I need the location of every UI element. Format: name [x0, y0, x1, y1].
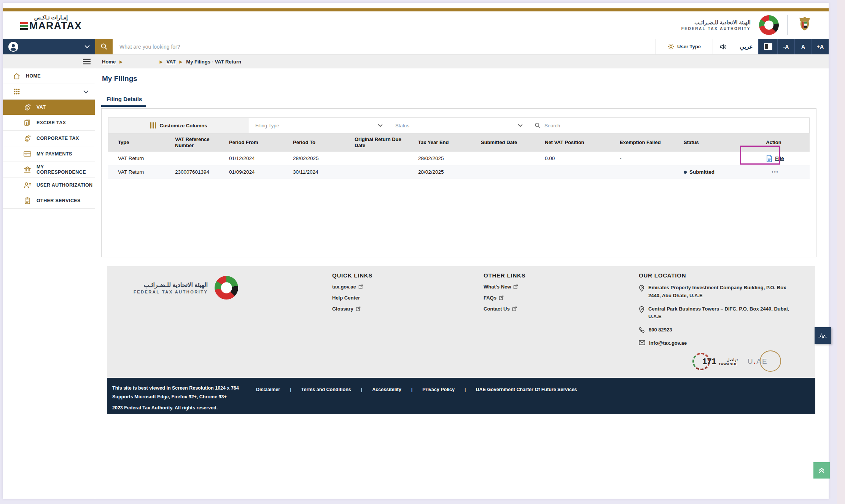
speaker-icon	[720, 43, 727, 50]
uae-logo-u: U	[748, 357, 754, 365]
cell-period-to: 30/11/2024	[289, 169, 351, 175]
footer-fta-logo: الهيئة الاتحادية للـضـرائـب FEDERAL TAX …	[134, 276, 238, 300]
bank-icon	[24, 166, 31, 173]
cell-period-from: 01/09/2024	[225, 169, 289, 175]
clipboard-icon	[24, 197, 31, 204]
link-tax-gov-ae[interactable]: tax.gov.ae	[332, 284, 372, 290]
font-default-button[interactable]: A	[794, 39, 812, 54]
emaratax-e-bars-icon	[20, 22, 28, 30]
sidebar-item-my-correspondence[interactable]: MY CORRESPONDENCE	[3, 162, 95, 178]
sidebar-item-other-services[interactable]: OTHER SERVICES	[3, 193, 95, 209]
legal-notes: This site is best viewed in Screen Resol…	[112, 384, 239, 401]
column-header-original-due-date: Original Return Due Date	[351, 136, 414, 149]
quick-links-heading: QUICK LINKS	[332, 272, 372, 279]
text-to-speech-button[interactable]	[713, 39, 734, 54]
table-search-field[interactable]	[529, 118, 809, 133]
search-button[interactable]	[95, 39, 113, 54]
breadcrumb-vat[interactable]: VAT	[167, 59, 176, 65]
link-whats-new[interactable]: What's New	[484, 284, 525, 290]
font-decrease-button[interactable]: -A	[777, 39, 794, 54]
columns-icon	[150, 122, 156, 128]
sidebar-item-corporate-tax[interactable]: CORPORATE TAX	[3, 131, 95, 146]
user-menu[interactable]	[3, 39, 95, 54]
legal-links: Disclaimer | Terms and Conditions | Acce…	[256, 387, 577, 392]
language-toggle-button[interactable]: عربي	[734, 39, 758, 54]
row-actions-menu-button[interactable]: •••	[737, 170, 810, 175]
resolution-note: This site is best viewed in Screen Resol…	[112, 384, 239, 393]
gear-icon	[668, 43, 674, 50]
uae-logo-ae: AE	[756, 357, 767, 365]
breadcrumb-arrow-icon: ▶	[119, 60, 123, 64]
sidebar-item-label: VAT	[37, 105, 46, 110]
legal-separator: |	[465, 387, 466, 392]
cell-tax-year-end: 28/02/2025	[414, 169, 477, 175]
link-label: tax.gov.ae	[332, 284, 356, 290]
table-header-row: Type VAT Reference Number Period From Pe…	[108, 133, 810, 152]
global-search-input[interactable]	[113, 39, 656, 54]
column-header-exemption-failed: Exemption Failed	[616, 139, 680, 146]
sidebar-item-vat[interactable]: VAT	[3, 100, 95, 115]
accessibility-widget-button[interactable]	[815, 327, 831, 344]
breadcrumb-home[interactable]: Home	[102, 59, 116, 65]
copyright-text: 2023 Federal Tax Authority. All rights r…	[112, 405, 218, 410]
more-options-icon: •••	[772, 170, 779, 175]
avatar-icon	[8, 42, 18, 52]
link-terms-and-conditions[interactable]: Terms and Conditions	[301, 387, 351, 392]
double-chevron-up-icon	[818, 468, 825, 473]
sidebar-item-home[interactable]: HOME	[3, 68, 95, 84]
status-dropdown[interactable]: Status	[389, 118, 529, 133]
font-increase-button[interactable]: +A	[812, 39, 829, 54]
legal-separator: |	[290, 387, 291, 392]
column-header-period-from: Period From	[225, 139, 289, 146]
emaratax-logo: إمـارات تـاكـس MARATAX	[13, 14, 89, 31]
tab-filing-details[interactable]: Filing Details	[107, 96, 142, 102]
link-contact-us[interactable]: Contact Us	[484, 306, 525, 312]
sidebar-item-my-payments[interactable]: MY PAYMENTS	[3, 146, 95, 162]
contrast-toggle-button[interactable]	[758, 39, 777, 54]
uae-logo: U.AE	[748, 350, 781, 372]
link-help-center[interactable]: Help Center	[332, 295, 372, 301]
cell-exemption-failed: -	[616, 155, 680, 161]
breadcrumb-bar: Home ▶ ▶ VAT ▶ My Filings - VAT Return	[3, 55, 829, 68]
mail-icon	[639, 340, 645, 347]
font-increase-label: +A	[817, 44, 824, 50]
filing-type-dropdown[interactable]: Filing Type	[249, 118, 389, 133]
table-row: VAT Return 01/12/2024 28/02/2025 28/02/2…	[108, 152, 810, 165]
sidebar-item-excise-tax[interactable]: EXCISE TAX	[3, 115, 95, 131]
customize-columns-button[interactable]: Customize Columns	[108, 118, 249, 133]
phone-number: 800 82923	[639, 326, 799, 334]
table-search-input[interactable]	[544, 123, 804, 128]
external-link-icon	[499, 295, 504, 300]
address-dubai: Central Park Business Towers – DIFC, P.O…	[639, 305, 799, 321]
font-decrease-label: -A	[783, 44, 789, 50]
link-uae-government-charter[interactable]: UAE Government Charter Of Future Service…	[476, 387, 577, 392]
external-link-icon	[356, 306, 361, 311]
fta-emblem-icon	[759, 15, 779, 35]
column-header-net-vat-position: Net VAT Position	[541, 139, 616, 146]
column-header-period-to: Period To	[289, 139, 351, 146]
sidebar-item-taxes-group[interactable]	[3, 84, 95, 100]
legal-separator: |	[411, 387, 413, 392]
status-dot-icon	[684, 171, 687, 174]
user-type-button[interactable]: User Type	[656, 39, 713, 54]
link-faqs[interactable]: FAQs	[484, 295, 525, 301]
link-accessibility[interactable]: Accessibility	[372, 387, 401, 392]
sidebar-item-label: MY PAYMENTS	[37, 151, 72, 157]
footer: الهيئة الاتحادية للـضـرائـب FEDERAL TAX …	[107, 266, 815, 378]
link-glossary[interactable]: Glossary	[332, 306, 372, 312]
link-privacy-policy[interactable]: Privacy Policy	[422, 387, 455, 392]
hamburger-icon	[83, 59, 91, 65]
sidebar-toggle-button[interactable]	[83, 59, 91, 65]
breadcrumb: Home ▶ ▶ VAT ▶ My Filings - VAT Return	[102, 59, 241, 65]
sidebar-item-user-authorization[interactable]: USER AUTHORIZATION	[3, 178, 95, 193]
footer-fta-english: FEDERAL TAX AUTHORITY	[134, 290, 208, 294]
font-default-label: A	[801, 44, 805, 50]
scroll-to-top-button[interactable]	[813, 462, 830, 479]
file-action-button[interactable]: File	[737, 155, 810, 162]
chevron-down-icon	[518, 124, 523, 127]
link-disclaimer[interactable]: Disclaimer	[256, 387, 280, 392]
phone-text: 800 82923	[649, 326, 672, 334]
status-badge: Submitted	[689, 169, 715, 175]
location-heading: OUR LOCATION	[639, 272, 799, 279]
sidebar-item-label: MY CORRESPONDENCE	[37, 164, 95, 175]
